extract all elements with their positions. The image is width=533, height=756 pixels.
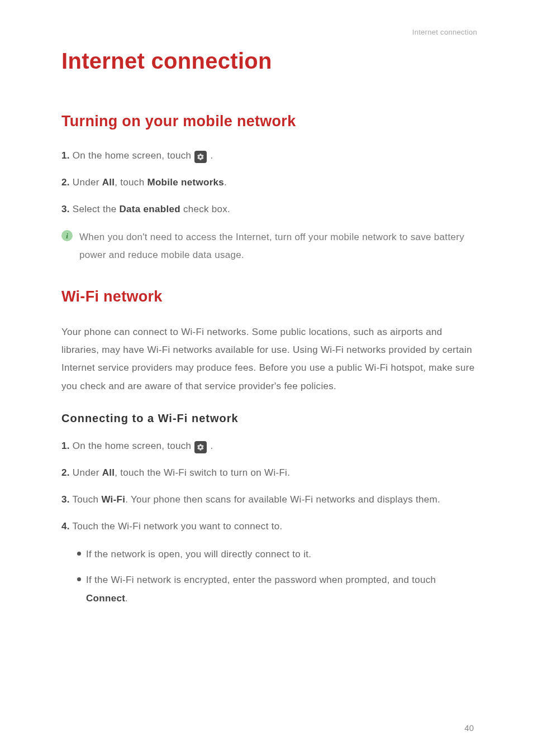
step-number: 1. [61, 441, 70, 451]
step-number: 3. [61, 494, 70, 505]
step-text: . [224, 177, 227, 188]
step-number: 3. [61, 204, 70, 214]
list-item: If the Wi-Fi network is encrypted, enter… [78, 571, 477, 607]
step-text: . [207, 150, 213, 161]
step-text: Under [70, 177, 102, 188]
label-connect: Connect [86, 593, 125, 604]
step-text: Touch [70, 494, 102, 505]
page-number: 40 [464, 723, 474, 733]
step-text: Select the [70, 204, 120, 214]
label-all: All [102, 177, 115, 188]
info-text: When you don't need to access the Intern… [79, 228, 477, 265]
step-text: On the home screen, touch [70, 441, 194, 451]
header-breadcrumb: Internet connection [61, 28, 477, 36]
wifi-intro-paragraph: Your phone can connect to Wi-Fi networks… [61, 323, 477, 395]
wifi-step-3: 3. Touch Wi-Fi. Your phone then scans fo… [61, 492, 477, 508]
document-page: Internet connection Internet connection … [0, 0, 533, 756]
step-text: , touch [115, 177, 147, 188]
bullet-text: . [125, 593, 128, 604]
info-callout: i When you don't need to access the Inte… [61, 228, 477, 265]
step-text: , touch the Wi-Fi switch to turn on Wi-F… [115, 467, 290, 478]
step-text: . [207, 441, 213, 451]
info-glyph: i [66, 232, 68, 240]
label-wifi: Wi-Fi [101, 494, 125, 505]
subsection-heading-connect-wifi: Connecting to a Wi-Fi network [61, 412, 477, 425]
step-text: On the home screen, touch [70, 150, 194, 161]
step-1: 1. On the home screen, touch . [61, 148, 477, 164]
step-number: 4. [61, 521, 70, 532]
wifi-step-2: 2. Under All, touch the Wi-Fi switch to … [61, 465, 477, 481]
info-icon: i [61, 230, 73, 241]
page-title: Internet connection [61, 49, 477, 74]
settings-icon [194, 441, 207, 453]
step-text: . Your phone then scans for available Wi… [125, 494, 440, 505]
section-heading-mobile-network: Turning on your mobile network [61, 113, 477, 130]
step-text: check box. [180, 204, 230, 214]
wifi-step-4: 4. Touch the Wi-Fi network you want to c… [61, 519, 477, 534]
label-data-enabled: Data enabled [119, 204, 180, 214]
settings-icon [194, 151, 207, 163]
list-item: If the network is open, you will directl… [78, 546, 477, 563]
bullet-text: If the network is open, you will directl… [86, 549, 311, 559]
label-all: All [102, 467, 115, 478]
wifi-step-4-sublist: If the network is open, you will directl… [61, 546, 477, 607]
step-number: 2. [61, 467, 70, 478]
bullet-text: If the Wi-Fi network is encrypted, enter… [86, 575, 436, 585]
step-text: Under [70, 467, 102, 478]
step-2: 2. Under All, touch Mobile networks. [61, 175, 477, 190]
label-mobile-networks: Mobile networks [147, 177, 224, 188]
wifi-step-1: 1. On the home screen, touch . [61, 438, 477, 454]
step-number: 2. [61, 177, 70, 188]
step-3: 3. Select the Data enabled check box. [61, 202, 477, 217]
section-heading-wifi: Wi-Fi network [61, 288, 477, 305]
step-text: Touch the Wi-Fi network you want to conn… [70, 521, 283, 532]
step-number: 1. [61, 150, 70, 161]
